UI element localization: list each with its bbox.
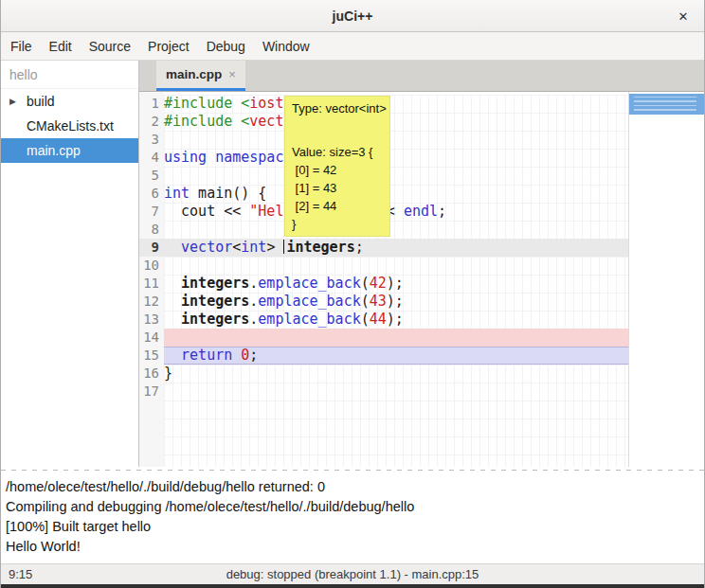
line-number[interactable]: 2 — [139, 113, 164, 131]
pane-splitter[interactable] — [1, 467, 704, 473]
tooltip-line: Value: size=3 { — [292, 143, 383, 161]
code-token — [164, 311, 181, 328]
code-text — [164, 383, 628, 401]
title-bar[interactable]: juCi++ ✕ — [1, 0, 704, 32]
line-number[interactable]: 16 — [139, 365, 164, 383]
minimap[interactable] — [628, 92, 704, 467]
terminal-line: [100%] Built target hello — [6, 517, 699, 537]
code-token: emplace_back — [258, 311, 360, 328]
expander-icon[interactable]: ▶ — [1, 97, 18, 106]
line-number[interactable]: 7 — [139, 203, 164, 221]
line-number[interactable]: 6 — [139, 185, 164, 203]
editor-column: main.cpp× 1#include <iostream>2#include … — [139, 61, 704, 467]
line-number[interactable]: 13 — [139, 311, 164, 329]
text-cursor — [283, 240, 284, 254]
menu-window[interactable]: Window — [254, 32, 318, 60]
line-number[interactable]: 14 — [139, 329, 164, 347]
tooltip-line — [292, 117, 383, 143]
code-token: 43 — [370, 293, 387, 310]
tab-bar: main.cpp× — [139, 61, 704, 92]
window-title: juCi++ — [333, 9, 373, 24]
code-line[interactable]: 15 return 0; — [139, 347, 628, 365]
tree-item-cmakelists-txt[interactable]: CMakeLists.txt — [1, 114, 138, 138]
code-line[interactable]: 14 — [139, 329, 628, 347]
app-window: juCi++ ✕ FileEditSourceProjectDebugWindo… — [0, 0, 705, 588]
line-number[interactable]: 11 — [139, 275, 164, 293]
code-token: ); — [387, 293, 404, 310]
code-token: #include < — [164, 95, 249, 112]
code-token: > — [266, 239, 283, 256]
code-token — [164, 293, 181, 310]
code-token: ( — [361, 293, 370, 310]
line-number[interactable]: 12 — [139, 293, 164, 311]
tooltip-line: [2] = 44 — [292, 197, 383, 215]
minimap-slider[interactable] — [629, 94, 704, 115]
terminal-line: /home/olece/test/hello/./build/debug/hel… — [6, 477, 699, 497]
code-token: ( — [361, 311, 370, 328]
minimap-code-preview — [634, 97, 696, 112]
tree-item-build[interactable]: ▶build — [1, 89, 138, 114]
code-text — [164, 131, 628, 149]
line-number[interactable]: 9 — [139, 239, 164, 257]
code-token — [164, 275, 181, 292]
code-text: vector<int> integers; — [164, 239, 628, 257]
code-text: return 0; — [164, 347, 628, 365]
tooltip-line: [1] = 43 — [292, 179, 383, 197]
code-line[interactable]: 10 — [139, 257, 628, 275]
file-tree: ▶buildCMakeLists.txtmain.cpp — [1, 89, 138, 163]
code-line[interactable]: 9 vector<int> integers; — [139, 239, 628, 257]
menu-edit[interactable]: Edit — [41, 32, 81, 60]
code-line[interactable]: 13 integers.emplace_back(44); — [139, 311, 628, 329]
tab-main-cpp[interactable]: main.cpp× — [156, 61, 245, 91]
tab-close-icon[interactable]: × — [228, 67, 236, 81]
terminal-line: Compiling and debugging /home/olece/test… — [6, 497, 699, 517]
line-number[interactable]: 10 — [139, 257, 164, 275]
tooltip-line: } — [292, 215, 383, 233]
line-number[interactable]: 15 — [139, 347, 164, 365]
code-token: vector — [181, 239, 232, 256]
project-filter[interactable]: hello — [1, 61, 138, 89]
code-token: return — [181, 347, 232, 364]
tree-item-label: CMakeLists.txt — [18, 118, 114, 134]
code-token — [232, 347, 241, 364]
code-text — [164, 221, 628, 239]
code-token: int — [164, 185, 190, 202]
line-number[interactable]: 1 — [139, 95, 164, 113]
code-line[interactable]: 12 integers.emplace_back(43); — [139, 293, 628, 311]
code-text: integers.emplace_back(42); — [164, 275, 628, 293]
code-token: ; — [438, 203, 446, 220]
line-number[interactable]: 8 — [139, 221, 164, 239]
code-text: #include <vector> — [164, 113, 628, 131]
code-token: emplace_back — [258, 293, 360, 310]
code-token — [164, 239, 181, 256]
code-token: ; — [249, 347, 258, 364]
code-text — [164, 167, 628, 185]
code-line[interactable]: 11 integers.emplace_back(42); — [139, 275, 628, 293]
code-line[interactable]: 16} — [139, 365, 628, 383]
close-icon[interactable]: ✕ — [672, 6, 695, 27]
code-token: ; — [355, 239, 364, 256]
code-line[interactable]: 17 — [139, 383, 628, 401]
line-number[interactable]: 4 — [139, 149, 164, 167]
project-sidebar: hello ▶buildCMakeLists.txtmain.cpp — [1, 61, 139, 467]
code-text: integers.emplace_back(43); — [164, 293, 628, 311]
menu-file[interactable]: File — [2, 32, 41, 60]
code-token: 0 — [241, 347, 249, 364]
code-token: integers — [181, 275, 249, 292]
code-token: integers — [286, 239, 354, 256]
line-number[interactable]: 17 — [139, 383, 164, 401]
code-token: integers — [181, 311, 249, 328]
code-token: . — [249, 293, 258, 310]
code-editor[interactable]: 1#include <iostream>2#include <vector>34… — [139, 92, 628, 467]
terminal-output[interactable]: /home/olece/test/hello/./build/debug/hel… — [1, 473, 704, 563]
main-area: hello ▶buildCMakeLists.txtmain.cpp main.… — [1, 61, 704, 467]
tooltip-line: Type: vector<int> — [292, 99, 383, 117]
line-number[interactable]: 5 — [139, 167, 164, 185]
tree-item-main-cpp[interactable]: main.cpp — [1, 138, 138, 163]
line-number[interactable]: 3 — [139, 131, 164, 149]
menu-source[interactable]: Source — [81, 32, 139, 60]
menu-debug[interactable]: Debug — [198, 32, 254, 60]
code-token: emplace_back — [258, 275, 360, 292]
code-token: using namespace — [164, 149, 292, 166]
menu-project[interactable]: Project — [139, 32, 198, 60]
